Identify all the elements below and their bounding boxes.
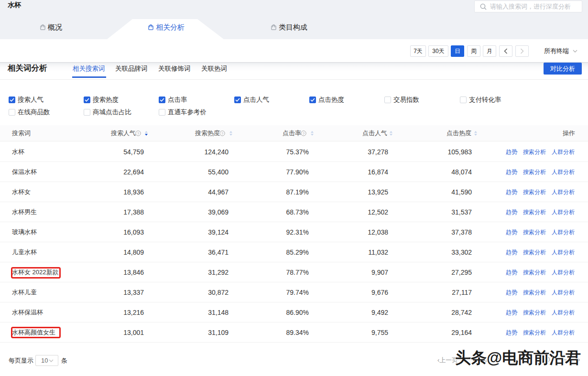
svg-text:?: ?: [221, 131, 224, 136]
svg-text:?: ?: [303, 131, 305, 136]
svg-text:?: ?: [137, 131, 140, 136]
